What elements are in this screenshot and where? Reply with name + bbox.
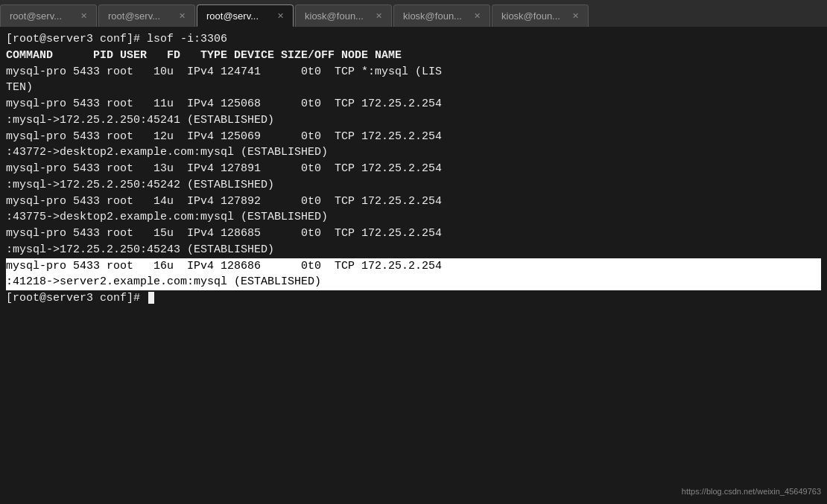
terminal-content[interactable]: [root@server3 conf]# lsof -i:3306COMMAND… <box>0 27 827 504</box>
tab-bar: root@serv...✕root@serv...✕root@serv...✕k… <box>0 0 827 27</box>
terminal-line-17: [root@server3 conf]# <box>6 290 821 307</box>
tab-close-6[interactable]: ✕ <box>572 11 579 21</box>
tab-2[interactable]: root@serv...✕ <box>98 4 195 27</box>
terminal-line-3: mysql-pro 5433 root 10u IPv4 124741 0t0 … <box>6 64 821 80</box>
tab-1[interactable]: root@serv...✕ <box>0 4 97 27</box>
terminal-line-2: COMMAND PID USER FD TYPE DEVICE SIZE/OFF… <box>6 48 821 64</box>
tab-label-6: kiosk@foun... <box>501 10 560 22</box>
terminal-line-4: TEN) <box>6 80 821 96</box>
terminal-line-12: :43775->desktop2.example.com:mysql (ESTA… <box>6 209 821 226</box>
tab-close-3[interactable]: ✕ <box>277 11 284 21</box>
terminal-line-15: mysql-pro 5433 root 16u IPv4 128686 0t0 … <box>6 258 821 275</box>
tab-6[interactable]: kiosk@foun...✕ <box>492 4 589 27</box>
terminal-line-14: :mysql->172.25.2.250:45243 (ESTABLISHED) <box>6 242 821 258</box>
terminal-line-10: :mysql->172.25.2.250:45242 (ESTABLISHED) <box>6 177 821 194</box>
tab-label-3: root@serv... <box>206 10 259 22</box>
tab-close-5[interactable]: ✕ <box>474 11 481 21</box>
terminal-line-5: mysql-pro 5433 root 11u IPv4 125068 0t0 … <box>6 96 821 112</box>
tab-close-2[interactable]: ✕ <box>179 11 186 21</box>
tab-label-2: root@serv... <box>108 10 160 22</box>
terminal-line-11: mysql-pro 5433 root 14u IPv4 127892 0t0 … <box>6 194 821 210</box>
tab-label-5: kiosk@foun... <box>403 10 462 22</box>
terminal-line-13: mysql-pro 5433 root 15u IPv4 128685 0t0 … <box>6 226 821 242</box>
terminal-line-16: :41218->server2.example.com:mysql (ESTAB… <box>6 274 821 290</box>
tab-5[interactable]: kiosk@foun...✕ <box>393 4 490 27</box>
terminal-line-9: mysql-pro 5433 root 13u IPv4 127891 0t0 … <box>6 161 821 177</box>
tab-4[interactable]: kiosk@foun...✕ <box>295 4 392 27</box>
terminal-line-8: :43772->desktop2.example.com:mysql (ESTA… <box>6 144 821 161</box>
terminal-line-6: :mysql->172.25.2.250:45241 (ESTABLISHED) <box>6 112 821 129</box>
tab-label-4: kiosk@foun... <box>305 10 364 22</box>
tab-close-1[interactable]: ✕ <box>80 11 87 21</box>
terminal-line-1: [root@server3 conf]# lsof -i:3306 <box>6 31 821 48</box>
terminal-cursor <box>148 292 154 304</box>
tab-close-4[interactable]: ✕ <box>376 11 382 21</box>
tab-3[interactable]: root@serv...✕ <box>197 4 294 27</box>
tab-label-1: root@serv... <box>10 10 62 22</box>
watermark: https://blog.csdn.net/weixin_45649763 <box>682 486 821 498</box>
terminal-line-7: mysql-pro 5433 root 12u IPv4 125069 0t0 … <box>6 129 821 145</box>
